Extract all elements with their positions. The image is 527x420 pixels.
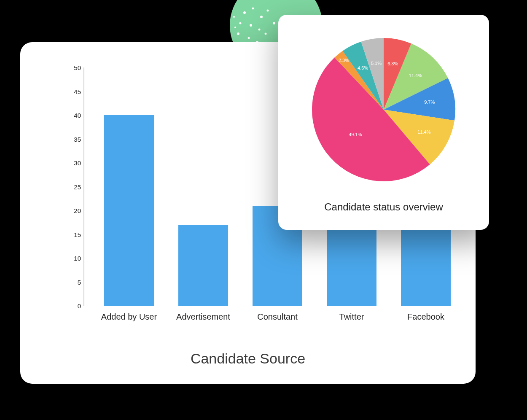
bar (104, 115, 154, 306)
x-tick-label: Advertisement (165, 312, 241, 322)
svg-point-4 (260, 16, 263, 18)
y-tick-label: 30 (64, 159, 81, 167)
svg-point-2 (243, 11, 246, 14)
y-tick-label: 20 (64, 207, 81, 214)
svg-point-7 (258, 29, 261, 31)
svg-point-6 (250, 24, 252, 27)
y-tick-label: 15 (64, 231, 81, 238)
svg-point-3 (252, 8, 254, 10)
svg-point-9 (248, 37, 250, 39)
y-tick-label: 0 (64, 302, 81, 310)
x-tick-label: Consultant (239, 312, 315, 322)
pie-slice-label: 49.1% (349, 132, 362, 137)
pie-slice-label: 2.3% (339, 58, 349, 63)
svg-point-13 (265, 33, 267, 35)
y-tick-label: 40 (64, 112, 81, 119)
svg-point-5 (239, 22, 242, 24)
x-tick-label: Facebook (388, 312, 464, 322)
bar-chart-title: Candidate Source (20, 350, 476, 367)
x-tick-label: Twitter (314, 312, 390, 322)
pie-chart-title: Candidate status overview (278, 201, 489, 213)
y-tick-label: 50 (64, 64, 81, 71)
x-axis-labels: Added by UserAdvertisementConsultantTwit… (83, 312, 454, 325)
y-axis-ticks: 05101520253035404550 (62, 67, 82, 306)
pie-chart: 6.3%11.4%9.7%11.4%49.1%2.3%4.6%5.1% (308, 34, 460, 186)
x-tick-label: Added by User (91, 312, 167, 322)
pie-chart-card: 6.3%11.4%9.7%11.4%49.1%2.3%4.6%5.1% Cand… (278, 15, 489, 230)
y-tick-label: 35 (64, 135, 81, 143)
y-tick-label: 5 (64, 278, 81, 285)
svg-point-11 (267, 10, 269, 12)
pie-slice-label: 4.6% (358, 65, 368, 70)
svg-point-15 (234, 27, 236, 28)
svg-point-14 (233, 16, 235, 18)
svg-point-8 (237, 32, 239, 35)
y-tick-label: 25 (64, 183, 81, 190)
pie-slice-label: 11.4% (417, 129, 430, 135)
pie-slice-label: 9.7% (424, 100, 435, 105)
bar (178, 225, 228, 306)
svg-point-12 (273, 22, 275, 24)
pie-slice-label: 11.4% (409, 73, 422, 78)
bar (401, 229, 451, 306)
pie-slice-label: 5.1% (371, 61, 382, 66)
y-tick-label: 10 (64, 255, 81, 262)
pie-slice-label: 6.3% (387, 61, 398, 66)
bar (327, 229, 376, 306)
y-tick-label: 45 (64, 88, 81, 95)
